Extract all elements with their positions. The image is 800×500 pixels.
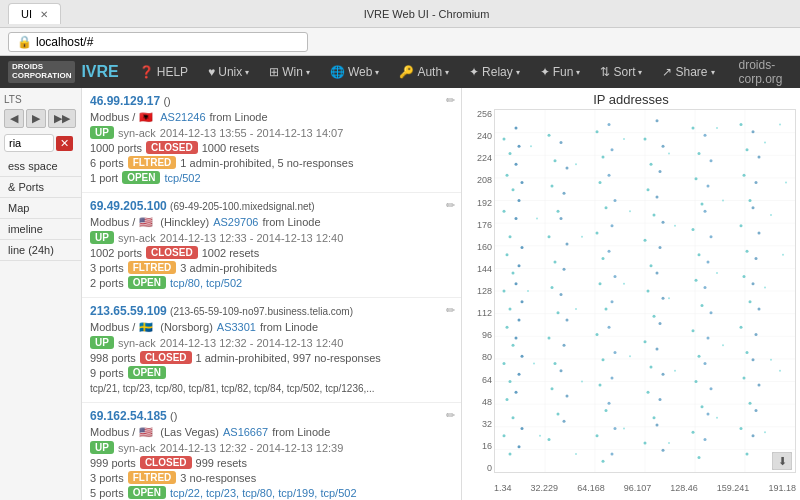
svg-point-160 (707, 413, 710, 416)
result-ip[interactable]: 46.99.129.17 (90, 94, 160, 108)
svg-point-105 (608, 402, 611, 405)
tab-close-button[interactable]: ✕ (40, 9, 48, 20)
fun-icon: ✦ (540, 65, 550, 79)
edit-icon[interactable]: ✏ (446, 409, 455, 422)
svg-point-89 (602, 358, 605, 361)
chart-plot (494, 109, 796, 473)
auth-icon: 🔑 (399, 65, 414, 79)
browser-tab[interactable]: UI ✕ (8, 3, 61, 24)
nav-next-btn[interactable]: ▶ (26, 109, 46, 128)
svg-point-185 (752, 358, 755, 361)
sidebar-search-input[interactable] (4, 134, 54, 152)
svg-point-47 (521, 300, 524, 303)
nav-web[interactable]: 🌐 Web ▾ (322, 61, 387, 83)
result-ip[interactable]: 213.65.59.109 (90, 304, 167, 318)
result-asn[interactable]: AS16667 (223, 426, 268, 438)
nav-relay[interactable]: ✦ Relay ▾ (461, 61, 528, 83)
result-tcp: tcp/22, tcp/23, tcp/80, tcp/199, tcp/502 (170, 487, 357, 499)
svg-point-32 (503, 362, 506, 365)
svg-point-169 (749, 300, 752, 303)
result-ip[interactable]: 69.49.205.100 (90, 199, 167, 213)
share-icon: ↗ (662, 65, 672, 79)
chart-download-btn[interactable]: ⬇ (772, 452, 792, 473)
nav-share[interactable]: ↗ Share ▾ (654, 61, 722, 83)
svg-point-144 (698, 355, 701, 358)
sidebar-clear-btn[interactable]: ✕ (56, 136, 73, 151)
nav-sort[interactable]: ⇅ Sort ▾ (592, 61, 650, 83)
port-badge-closed: CLOSED (146, 141, 198, 154)
result-asn[interactable]: AS21246 (160, 111, 205, 123)
svg-point-182 (752, 282, 755, 285)
svg-point-50 (521, 355, 524, 358)
edit-icon[interactable]: ✏ (446, 304, 455, 317)
svg-point-208 (668, 442, 670, 444)
nav-help[interactable]: ❓ HELP (131, 61, 196, 83)
svg-point-179 (752, 206, 755, 209)
y-label: 112 (466, 308, 494, 318)
sidebar-item-map[interactable]: Map (0, 198, 81, 219)
result-asn[interactable]: AS29706 (213, 216, 258, 228)
sidebar-item-timeline24h[interactable]: line (24h) (0, 240, 81, 261)
svg-point-175 (746, 452, 749, 455)
x-label: 32.229 (531, 483, 559, 493)
svg-point-176 (752, 130, 755, 133)
svg-point-141 (695, 279, 698, 282)
svg-point-43 (515, 217, 518, 220)
svg-point-63 (548, 337, 551, 340)
nav-prev-btn[interactable]: ◀ (4, 109, 24, 128)
y-label: 16 (466, 441, 494, 451)
sort-caret: ▾ (638, 68, 642, 77)
svg-point-86 (599, 282, 602, 285)
result-asn[interactable]: AS3301 (217, 321, 256, 333)
nav-fun[interactable]: ✦ Fun ▾ (532, 61, 589, 83)
svg-point-181 (755, 257, 758, 260)
nav-win[interactable]: ⊞ Win ▾ (261, 61, 318, 83)
result-flag: 🇺🇸 (139, 426, 153, 439)
svg-point-197 (581, 381, 583, 383)
result-ip[interactable]: 69.162.54.185 (90, 409, 167, 423)
address-input[interactable]: 🔒 localhost/# (8, 32, 308, 52)
result-resets: 999 resets (196, 457, 247, 469)
main-layout: LTS ◀ ▶ ▶▶ ✕ ess space & Ports Map imeli… (0, 88, 800, 500)
y-axis: 256 240 224 208 192 176 160 144 128 112 … (466, 109, 494, 473)
svg-point-27 (512, 271, 515, 274)
svg-point-77 (560, 369, 563, 372)
svg-point-203 (623, 428, 625, 430)
nav-auth[interactable]: 🔑 Auth ▾ (391, 61, 457, 83)
result-ports3-count: 5 ports (90, 487, 124, 499)
svg-point-151 (707, 185, 710, 188)
svg-point-116 (644, 340, 647, 343)
sidebar-item-address-space[interactable]: ess space (0, 156, 81, 177)
svg-point-104 (611, 376, 614, 379)
sidebar-item-ports[interactable]: & Ports (0, 177, 81, 198)
svg-point-142 (701, 304, 704, 307)
y-label: 144 (466, 264, 494, 274)
sidebar-item-timeline[interactable]: imeline (0, 219, 81, 240)
svg-point-40 (515, 163, 518, 166)
svg-point-90 (599, 384, 602, 387)
result-ports3-count: 1 port (90, 172, 118, 184)
svg-point-205 (674, 225, 676, 227)
edit-icon[interactable]: ✏ (446, 94, 455, 107)
web-caret: ▾ (375, 68, 379, 77)
port-badge-open: OPEN (128, 276, 166, 289)
edit-icon[interactable]: ✏ (446, 199, 455, 212)
svg-point-193 (539, 435, 541, 437)
y-label: 256 (466, 109, 494, 119)
result-ports-count: 1002 ports (90, 247, 142, 259)
sort-icon: ⇅ (600, 65, 610, 79)
svg-point-103 (614, 351, 617, 354)
svg-point-66 (557, 413, 560, 416)
result-flag: 🇦🇱 (139, 111, 153, 124)
x-label: 191.18 (768, 483, 796, 493)
svg-point-38 (515, 127, 518, 130)
svg-point-180 (758, 232, 761, 235)
nav-last-btn[interactable]: ▶▶ (48, 109, 76, 128)
svg-point-29 (509, 308, 512, 311)
svg-point-52 (515, 391, 518, 394)
svg-point-124 (656, 195, 659, 198)
lock-icon: 🔒 (17, 35, 32, 49)
result-service: Modbus / (90, 321, 135, 333)
result-ports2-text: tcp/21, tcp/23, tcp/80, tcp/81, tcp/82, … (90, 383, 375, 394)
nav-unix[interactable]: ♥ Unix ▾ (200, 61, 257, 83)
